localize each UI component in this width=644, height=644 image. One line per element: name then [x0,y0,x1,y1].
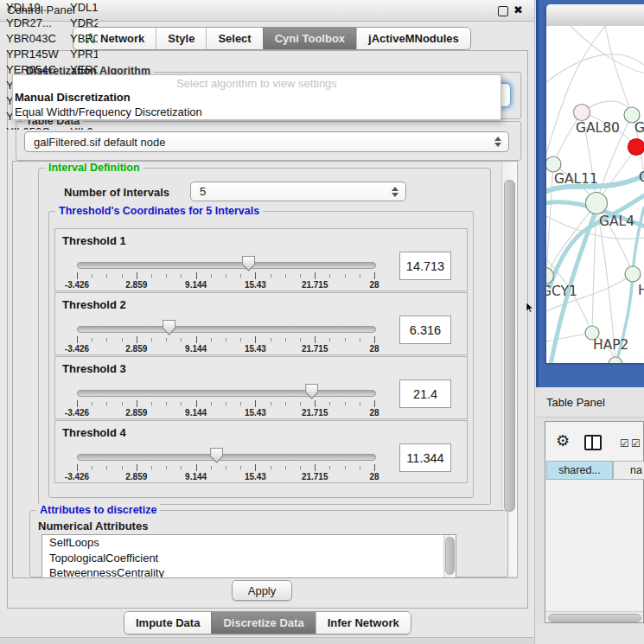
close-icon[interactable]: ✖ [513,3,523,16]
mouse-cursor [526,303,534,313]
slider-track[interactable] [77,326,376,333]
table-panel-footer [536,623,644,644]
svg-text:GAL80: GAL80 [576,120,620,136]
list-item[interactable]: SelfLoops [42,535,456,551]
tab-discretize-data[interactable]: Discretize Data [211,612,315,634]
panel-bottom-edge [0,637,534,644]
table-panel-header: Table Panel [536,387,644,418]
dropdown-placeholder: Select algorithm to view settings [13,75,501,90]
control-panel: Control Panel ✖ Network Style Select Cyn… [0,0,535,644]
svg-text:C: C [639,169,644,185]
list-item[interactable]: TopologicalCoefficient [42,551,456,566]
column-header-name[interactable]: na [613,461,644,480]
slider-minor-ticks [77,274,375,277]
table-row[interactable]: YPR145WYPR1 [0,47,98,62]
table-row[interactable]: YDL19...YDL1 [0,0,98,16]
apply-button[interactable]: Apply [232,580,292,601]
node-gal11[interactable] [546,156,561,172]
column-layout-icon[interactable] [584,435,602,450]
numerical-attributes-label: Numerical Attributes [38,520,148,532]
threshold-1-slider[interactable]: -3.426 2.859 9.144 15.43 21.715 28 [77,255,374,290]
node-bottom-partial[interactable] [609,357,622,363]
threshold-2-slider[interactable]: -3.426 2.859 9.144 15.43 21.715 28 [77,319,374,354]
list-scrollbar[interactable] [443,535,456,577]
dropdown-option-manual[interactable]: Manual Discretization [13,90,501,105]
number-of-intervals-label: Number of Intervals [64,186,169,199]
network-window-titlebar[interactable] [546,4,644,27]
combo-arrows-icon [392,187,399,197]
slider-track[interactable] [77,262,376,269]
list-item[interactable]: BetweennessCentrality [42,565,456,578]
slider-track[interactable] [77,454,376,461]
slider-minor-ticks [77,466,375,469]
horizontal-scrollbar[interactable] [545,611,643,622]
svg-text:GAL4: GAL4 [599,214,634,229]
node-red-selected[interactable] [628,139,644,156]
threshold-3-value-field[interactable]: 21.4 [399,379,451,408]
interval-definition-label: Interval Definition [45,162,143,174]
svg-text:HAP2: HAP2 [593,337,628,353]
column-header-shared-name[interactable]: shared... [546,461,613,480]
node-gal4[interactable] [586,193,608,214]
checkbox-icon[interactable]: ☑ [620,437,629,450]
checkbox-icon[interactable]: ☑ [631,437,641,450]
numerical-attributes-list[interactable]: SelfLoops TopologicalCoefficient Between… [41,534,456,578]
bottom-tab-bar: Impute Data Discretize Data Infer Networ… [124,611,411,634]
network-canvas[interactable]: GAL80 GA GAL11 C GAL4 GCY1 H HAP2 [546,26,644,363]
tab-style[interactable]: Style [156,28,206,49]
number-of-intervals-combobox[interactable]: 5 [190,182,406,201]
table-panel-title: Table Panel [546,396,605,409]
vertical-scrollbar-thumb[interactable] [504,180,515,512]
table-row[interactable]: YBR043CYBR0 [0,31,98,47]
slider-minor-ticks [77,338,375,341]
threshold-4-value-field[interactable]: 11.344 [399,443,451,472]
svg-text:GCY1: GCY1 [546,284,577,299]
algorithm-dropdown-popup: Select algorithm to view settings Manual… [12,74,501,120]
svg-text:GAL11: GAL11 [554,171,598,187]
svg-text:GA: GA [634,120,644,136]
slider-thumb[interactable] [163,320,175,335]
slider-thumb[interactable] [210,448,223,463]
tab-infer-network[interactable]: Infer Network [316,612,411,634]
combo-arrows-icon [494,137,501,147]
threshold-3-slider[interactable]: -3.426 2.859 9.144 15.43 21.715 28 [77,383,374,418]
table-row[interactable]: YIL052CYIL0 [0,124,98,130]
network-graph: GAL80 GA GAL11 C GAL4 GCY1 H HAP2 [546,26,644,363]
threshold-2-panel: Threshold 2 -3.426 2.859 9.144 15.43 21.… [54,292,468,355]
threshold-3-panel: Threshold 3 -3.426 2.859 9.144 15.43 21.… [54,356,468,419]
threshold-1-panel: Threshold 1 -3.426 2.859 9.144 15.43 21.… [54,228,468,291]
threshold-4-slider[interactable]: -3.426 2.859 9.144 15.43 21.715 28 [77,447,374,481]
tab-impute-data[interactable]: Impute Data [124,612,211,634]
threshold-2-value-field[interactable]: 6.316 [399,316,451,344]
tab-cyni-toolbox[interactable]: Cyni Toolbox [263,28,356,49]
svg-text:H: H [638,283,644,298]
top-tab-bar: Network Style Select Cyni Toolbox jActiv… [73,27,471,50]
slider-thumb[interactable] [242,256,255,271]
slider-thumb[interactable] [305,384,318,399]
horizontal-scrollbar-thumb[interactable] [548,614,641,622]
list-scrollbar-thumb[interactable] [445,537,455,575]
table-data-combobox[interactable]: galFiltered.sif default node [24,131,509,152]
table-row[interactable]: YDR27...YDR2 [0,16,98,31]
table-header-row: shared... na [545,461,644,481]
slider-minor-ticks [77,402,375,405]
dropdown-option-equal-width[interactable]: Equal Width/Frequency Discretization [13,105,501,119]
tab-select[interactable]: Select [206,28,262,49]
slider-track[interactable] [77,390,376,397]
threshold-1-value-field[interactable]: 14.713 [399,252,451,280]
threshold-4-panel: Threshold 4 -3.426 2.859 9.144 15.43 21.… [54,420,468,483]
gear-icon[interactable]: ⚙ [556,431,570,450]
attributes-group-label: Attributes to discretize [36,504,160,516]
tab-jactivemnodules[interactable]: jActiveMNodules [356,28,470,49]
application-window: Control Panel ✖ Network Style Select Cyn… [0,0,644,644]
node-gal80[interactable] [574,105,590,121]
node-h[interactable] [625,266,641,282]
thresholds-group-label: Threshold's Coordinates for 5 Intervals [55,205,263,217]
float-window-icon[interactable] [498,6,508,16]
